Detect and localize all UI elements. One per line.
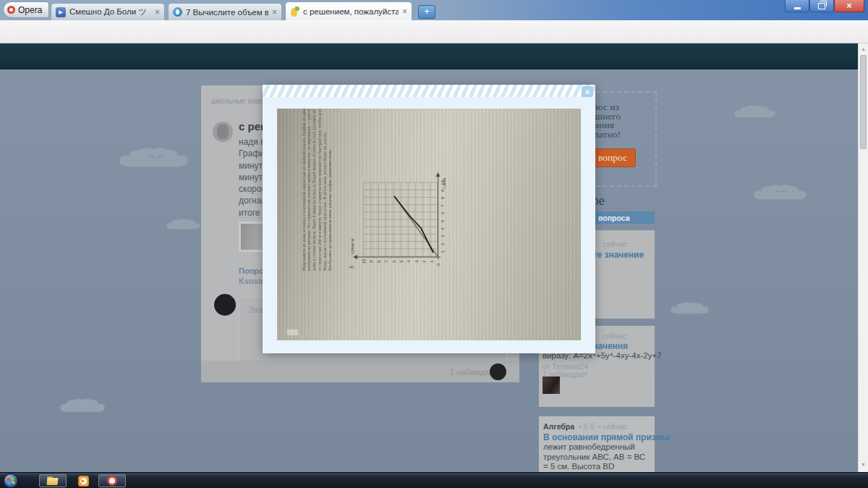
tab-3-title: с решением, пожалуйста — [303, 7, 399, 16]
image-lightbox: × Надя вышла из дома и пошла с постоянно… — [263, 85, 595, 353]
graph-y-ticks: 10987654321 — [360, 258, 435, 265]
photo-graph: 10987654321 12345678910 0 t мин сотни м … — [349, 169, 459, 278]
graph-tick: 4 — [439, 225, 447, 232]
card3-time: сейчас — [603, 422, 628, 431]
graph-y-units-label: сотни м — [350, 239, 354, 254]
drop-favicon-icon — [173, 7, 182, 17]
media-play-icon: ▶ — [78, 476, 89, 487]
opera-menu-label: Opera — [18, 5, 42, 15]
taskbar-opera-button[interactable] — [98, 474, 126, 487]
opera-icon — [107, 476, 117, 486]
scrollbar[interactable]: ▲ ▼ — [858, 43, 868, 472]
breadcrumb[interactable]: школьные знания — [211, 97, 271, 105]
opera-logo-icon — [7, 6, 15, 14]
restore-button[interactable] — [809, 0, 834, 12]
minimize-icon — [794, 7, 801, 9]
new-tab-button[interactable]: + — [418, 5, 435, 19]
task-photo: Надя вышла из дома и пошла с постоянной … — [277, 109, 581, 340]
site-header: Школьные Знания.com ▾ Google™ Пользовате… — [0, 43, 868, 70]
graph-tick: 2 — [439, 240, 447, 248]
folder-icon — [47, 476, 59, 485]
window-titlebar: Opera ▶ Смешно До Боли ツ × 7 Вычислите о… — [0, 0, 868, 21]
start-button[interactable] — [4, 474, 18, 488]
opera-menu-button[interactable]: Opera — [3, 1, 49, 18]
question-footer: 1 наблюдает — [201, 361, 519, 382]
windows-logo-icon — [7, 476, 15, 485]
graph-tick: 8 — [439, 195, 447, 202]
minimize-button[interactable] — [785, 0, 809, 12]
graph-x-axis-label: t мин — [442, 178, 446, 188]
graph-tick: 5 — [439, 217, 447, 224]
graph-y-axis-label: S — [349, 266, 355, 269]
card3-title-link[interactable]: В основании прямой призмы — [543, 432, 670, 442]
graph-tick: 8 — [375, 258, 383, 265]
tab-2-close-icon[interactable]: × — [272, 9, 277, 16]
scrollbar-thumb[interactable] — [860, 55, 867, 149]
graph-tick: 1 — [439, 248, 447, 256]
opera-browser-window: Opera ▶ Смешно До Боли ツ × 7 Вычислите о… — [0, 0, 868, 488]
tab-2-title: 7 Вычислите объем водо — [186, 8, 268, 17]
photo-text-line: Надю, шагая с постоянной скоростью. В ит… — [323, 116, 328, 271]
lightbox-close-icon[interactable]: × — [582, 86, 593, 97]
znanija-favicon-icon — [290, 7, 299, 17]
sidebar-question-card-3: Алгебра • 5 б • сейчас В основании прямо… — [539, 416, 655, 478]
card3-points: 5 б — [584, 422, 595, 431]
scroll-up-icon[interactable]: ▲ — [861, 46, 866, 51]
card2-avatar — [542, 376, 560, 394]
graph-tick: 6 — [391, 258, 398, 265]
taskbar-explorer-button[interactable] — [39, 474, 67, 487]
graph-x-ticks: 12345678910 — [439, 179, 446, 256]
close-window-icon: × — [846, 1, 851, 11]
watcher-avatar — [490, 363, 506, 380]
address-bar: ← → ↻ znanija.com /task/8386973 ♥ ↓ — [0, 20, 868, 43]
graph-tick: 3 — [439, 233, 447, 240]
photo-page-mark — [287, 329, 298, 335]
asker-avatar — [213, 122, 233, 142]
close-window-button[interactable]: × — [834, 0, 864, 12]
photo-text-line: со скоростью 200 м в минуту. Через 2 мин… — [318, 116, 323, 271]
questions-button-label: вопроса — [598, 214, 630, 222]
graph-tick: 4 — [406, 258, 413, 265]
card2-time: сейчас — [603, 332, 627, 340]
tab-3-active[interactable]: с решением, пожалуйста × — [285, 1, 412, 20]
photo-problem-text: Надя вышла из дома и пошла с постоянной … — [302, 116, 333, 271]
card1-time: сейчас — [603, 240, 627, 248]
windows-taskbar: ▶ EN ▲ i 19:57 — [0, 472, 868, 488]
tab-2[interactable]: 7 Вычислите объем водо × — [168, 3, 282, 20]
lightbox-stripe-bar[interactable] — [263, 85, 595, 97]
graph-tick: 5 — [398, 258, 405, 265]
taskbar-mediaplayer-button[interactable]: ▶ — [71, 474, 95, 487]
photo-text-line: Надя вышла из дома и пошла с постоянной … — [302, 116, 307, 271]
graph-tick: 3 — [413, 258, 420, 265]
graph-tick: 7 — [439, 202, 447, 209]
photo-text-line: изображён на рисунке. По горизонтали ука… — [307, 116, 312, 271]
graph-tick: 2 — [420, 258, 427, 265]
tab-1[interactable]: ▶ Смешно До Боли ツ × — [51, 3, 165, 20]
graph-tick: 6 — [439, 210, 447, 217]
photo-text-line: дома в сотнях метров. Через 4 минуты всл… — [312, 116, 317, 271]
tab-1-title: Смешно До Боли ツ — [69, 7, 151, 17]
graph-tick: 10 — [360, 258, 367, 265]
photo-text-line: Изобразите на приведённом ниже рисунке г… — [328, 116, 333, 271]
scroll-down-icon[interactable]: ▼ — [861, 462, 866, 467]
tab-3-close-icon[interactable]: × — [402, 8, 407, 15]
restore-icon — [818, 3, 825, 9]
card3-meta: Алгебра • 5 б • сейчас — [543, 422, 627, 431]
graph-tick: 7 — [383, 258, 390, 265]
graph-tick: 9 — [368, 258, 375, 265]
graph-tick: 1 — [428, 258, 435, 265]
graph-origin-label: 0 — [436, 264, 441, 266]
video-play-favicon-icon: ▶ — [56, 7, 66, 17]
answerer-avatar — [214, 294, 236, 316]
card3-subject-link[interactable]: Алгебра — [543, 422, 574, 431]
tab-1-close-icon[interactable]: × — [155, 9, 160, 16]
